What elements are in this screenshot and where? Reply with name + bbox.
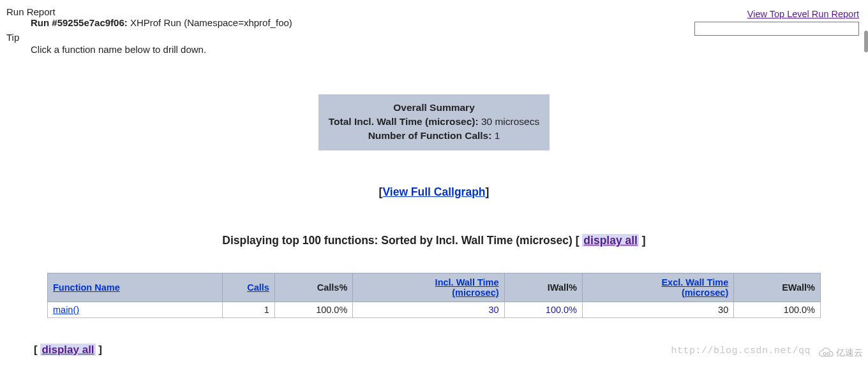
table-row: main() 1 100.0% 30 100.0% 30 100.0%	[48, 302, 821, 318]
overall-summary: Overall Summary Total Incl. Wall Time (m…	[318, 94, 550, 150]
col-calls-pct: Calls%	[274, 273, 352, 302]
callgraph-line: [View Full Callgraph]	[5, 186, 863, 199]
function-table-wrap: Function Name Calls Calls% Incl. Wall Ti…	[47, 273, 821, 318]
bracket-close: ]	[639, 234, 646, 247]
tip-body: Click a function name below to drill dow…	[31, 44, 863, 55]
col-iwall-pct: IWall%	[504, 273, 582, 302]
scrollbar-indicator	[864, 31, 868, 52]
summary-row1-label: Total Incl. Wall Time (microsec):	[329, 116, 479, 127]
cell-iwt: 30	[353, 302, 504, 318]
func-link-main[interactable]: main()	[53, 305, 79, 315]
cell-calls: 1	[222, 302, 274, 318]
col-function-name-link[interactable]: Function Name	[53, 282, 120, 293]
search-input[interactable]	[694, 22, 859, 36]
display-all-link[interactable]: display all	[582, 234, 639, 247]
top-right-panel: View Top Level Run Report	[694, 9, 859, 36]
view-callgraph-link[interactable]: View Full Callgraph	[382, 186, 485, 198]
svg-point-1	[827, 353, 830, 355]
col-calls[interactable]: Calls	[222, 273, 274, 302]
summary-row2-label: Number of Function Calls:	[368, 130, 492, 141]
logo-text: 亿速云	[836, 347, 863, 359]
col-iwt[interactable]: Incl. Wall Time(microsec)	[353, 273, 504, 302]
table-head: Function Name Calls Calls% Incl. Wall Ti…	[48, 273, 821, 302]
cell-func: main()	[48, 302, 223, 318]
summary-row1-value: 30 microsecs	[479, 116, 540, 127]
cell-iwall-pct: 100.0%	[504, 302, 582, 318]
function-table: Function Name Calls Calls% Incl. Wall Ti…	[47, 273, 821, 318]
watermark-text: http://blog.csdn.net/qq	[671, 346, 811, 356]
logo-badge: 亿速云	[818, 347, 863, 359]
cell-ewt: 30	[583, 302, 734, 318]
col-calls-link[interactable]: Calls	[247, 282, 269, 293]
display-heading-text: Displaying top 100 functions: Sorted by …	[222, 234, 575, 247]
bracket-open: [	[576, 234, 583, 247]
display-all-link-bottom[interactable]: display all	[40, 344, 95, 356]
bracket-open: [	[34, 344, 40, 356]
col-ewt[interactable]: Excl. Wall Time(microsec)	[583, 273, 734, 302]
col-iwt-link[interactable]: Incl. Wall Time(microsec)	[435, 277, 499, 298]
bracket-close: ]	[96, 344, 102, 356]
col-ewt-link[interactable]: Excl. Wall Time(microsec)	[661, 277, 728, 298]
run-namespace: XHProf Run (Namespace=xhprof_foo)	[128, 17, 292, 28]
col-ewall-pct: EWall%	[734, 273, 821, 302]
top-level-report-link[interactable]: View Top Level Run Report	[747, 9, 859, 19]
svg-point-0	[823, 353, 826, 355]
col-function-name[interactable]: Function Name	[48, 273, 223, 302]
run-id-bold: Run #59255e7ac9f06:	[31, 17, 128, 28]
display-heading: Displaying top 100 functions: Sorted by …	[5, 234, 863, 247]
summary-row2-value: 1	[491, 130, 500, 141]
cloud-icon	[818, 347, 835, 359]
overall-summary-wrap: Overall Summary Total Incl. Wall Time (m…	[5, 94, 863, 150]
cell-calls-pct: 100.0%	[274, 302, 352, 318]
bracket-close: ]	[486, 186, 490, 198]
table-body: main() 1 100.0% 30 100.0% 30 100.0%	[48, 302, 821, 318]
summary-title: Overall Summary	[393, 102, 475, 113]
table-head-row: Function Name Calls Calls% Incl. Wall Ti…	[48, 273, 821, 302]
cell-ewall-pct: 100.0%	[734, 302, 821, 318]
